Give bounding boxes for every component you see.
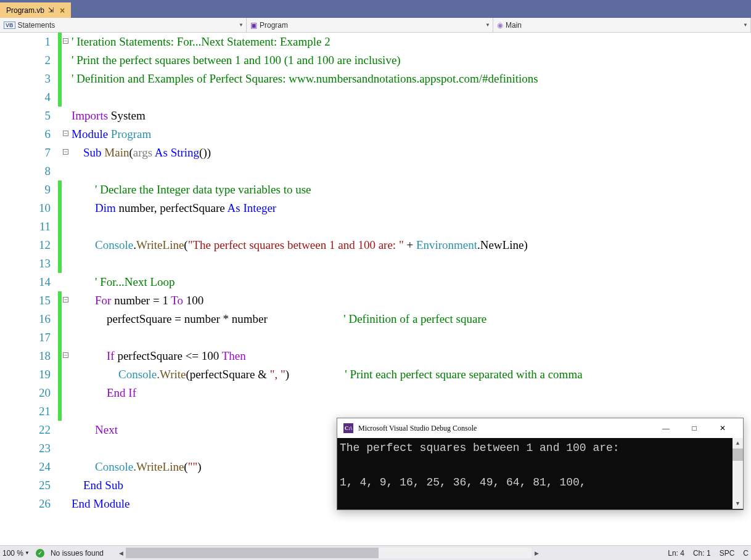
status-bar: 100 % ▼ ✓ No issues found ◀ ▶ Ln: 4 Ch: … — [0, 545, 751, 560]
scope-project[interactable]: VB Statements ▼ — [0, 18, 247, 32]
line-indicator[interactable]: Ln: 4 — [668, 549, 684, 558]
fold-column: − − − − − — [63, 33, 72, 550]
change-markers — [58, 33, 63, 550]
scroll-thumb[interactable] — [733, 448, 743, 461]
debug-console: C:\ Microsoft Visual Studio Debug Consol… — [337, 418, 744, 510]
console-icon: C:\ — [343, 423, 353, 433]
zoom-control[interactable]: 100 % ▼ — [2, 549, 30, 558]
minimize-button[interactable]: — — [652, 419, 680, 437]
console-line: The perfect squares between 1 and 100 ar… — [340, 439, 741, 457]
scroll-thumb[interactable] — [126, 548, 379, 558]
close-button[interactable]: ✕ — [708, 419, 737, 437]
chevron-down-icon[interactable]: ▼ — [239, 22, 244, 28]
chevron-down-icon[interactable]: ▼ — [25, 550, 30, 556]
console-output[interactable]: The perfect squares between 1 and 100 ar… — [337, 438, 743, 509]
scope-label: Statements — [18, 21, 55, 30]
breadcrumb-row: VB Statements ▼ ▣ Program ▼ ◉ Main ▼ — [0, 18, 751, 33]
scope-method[interactable]: ◉ Main ▼ — [493, 18, 751, 32]
tab-row: Program.vb ⇲ × — [0, 1, 751, 18]
tab-label: Program.vb — [6, 6, 44, 15]
console-scrollbar[interactable]: ▲ ▼ — [733, 438, 743, 509]
maximize-button[interactable]: □ — [680, 419, 708, 437]
scroll-up-icon[interactable]: ▲ — [733, 438, 743, 448]
column-indicator[interactable]: Ch: 1 — [693, 549, 711, 558]
console-title-text: Microsoft Visual Studio Debug Console — [358, 424, 477, 433]
check-icon: ✓ — [36, 549, 44, 558]
fold-toggle[interactable]: − — [63, 149, 68, 155]
class-icon: ▣ — [250, 21, 257, 30]
chevron-down-icon[interactable]: ▼ — [743, 22, 748, 28]
lineending-indicator[interactable]: C — [743, 549, 749, 558]
file-tab[interactable]: Program.vb ⇲ × — [0, 2, 71, 18]
chevron-down-icon[interactable]: ▼ — [485, 22, 490, 28]
vb-icon: VB — [4, 22, 15, 29]
scope-class[interactable]: ▣ Program ▼ — [247, 18, 493, 32]
indent-indicator[interactable]: SPC — [720, 549, 735, 558]
line-numbers: 1234567891011121314151617181920212223242… — [0, 33, 58, 550]
fold-toggle[interactable]: − — [63, 131, 68, 136]
horizontal-scrollbar[interactable]: ◀ ▶ — [116, 548, 541, 558]
pin-icon[interactable]: ⇲ — [48, 6, 54, 14]
console-titlebar[interactable]: C:\ Microsoft Visual Studio Debug Consol… — [337, 418, 743, 438]
scope-label: Program — [260, 21, 288, 30]
close-icon[interactable]: × — [57, 6, 67, 15]
issues-label: No issues found — [51, 549, 104, 558]
scroll-right-icon[interactable]: ▶ — [531, 548, 541, 558]
scope-label: Main — [506, 21, 522, 30]
scroll-down-icon[interactable]: ▼ — [733, 498, 743, 509]
fold-toggle[interactable]: − — [63, 38, 68, 44]
fold-toggle[interactable]: − — [63, 352, 68, 358]
scroll-left-icon[interactable]: ◀ — [116, 548, 126, 558]
method-icon: ◉ — [497, 21, 503, 30]
fold-toggle[interactable]: − — [63, 297, 68, 302]
console-line: 1, 4, 9, 16, 25, 36, 49, 64, 81, 100, — [340, 474, 741, 491]
